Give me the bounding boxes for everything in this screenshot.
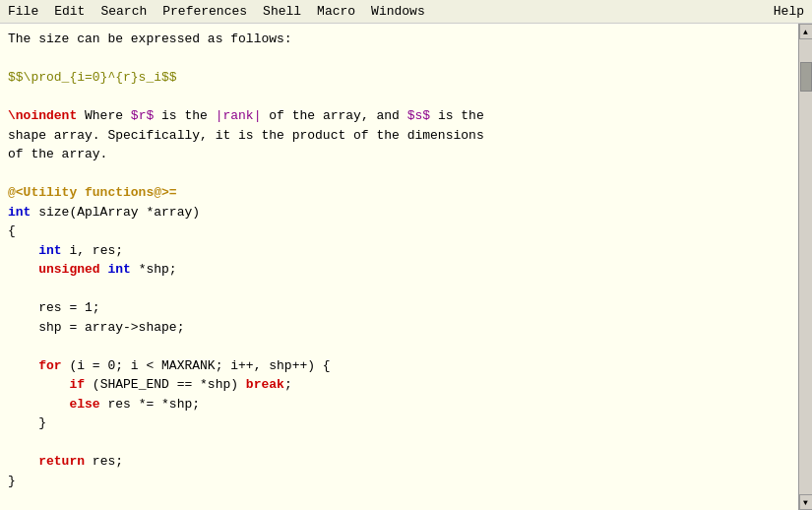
scroll-thumb[interactable] [800, 62, 812, 92]
scroll-track[interactable] [799, 39, 812, 494]
menu-edit[interactable]: Edit [46, 2, 93, 21]
menu-file[interactable]: File [0, 2, 46, 21]
scroll-down-button[interactable]: ▼ [799, 494, 813, 510]
scrollbar: ▲ ▼ [798, 24, 812, 510]
menu-preferences[interactable]: Preferences [155, 2, 255, 21]
menu-macro[interactable]: Macro [309, 2, 363, 21]
editor[interactable]: The size can be expressed as follows: $$… [0, 24, 798, 510]
menubar: File Edit Search Preferences Shell Macro… [0, 0, 812, 24]
menu-windows[interactable]: Windows [363, 2, 433, 21]
scroll-up-button[interactable]: ▲ [799, 24, 813, 39]
menu-search[interactable]: Search [93, 2, 155, 21]
content-area: The size can be expressed as follows: $$… [0, 24, 812, 510]
menu-shell[interactable]: Shell [255, 2, 309, 21]
menu-help[interactable]: Help [766, 2, 812, 21]
